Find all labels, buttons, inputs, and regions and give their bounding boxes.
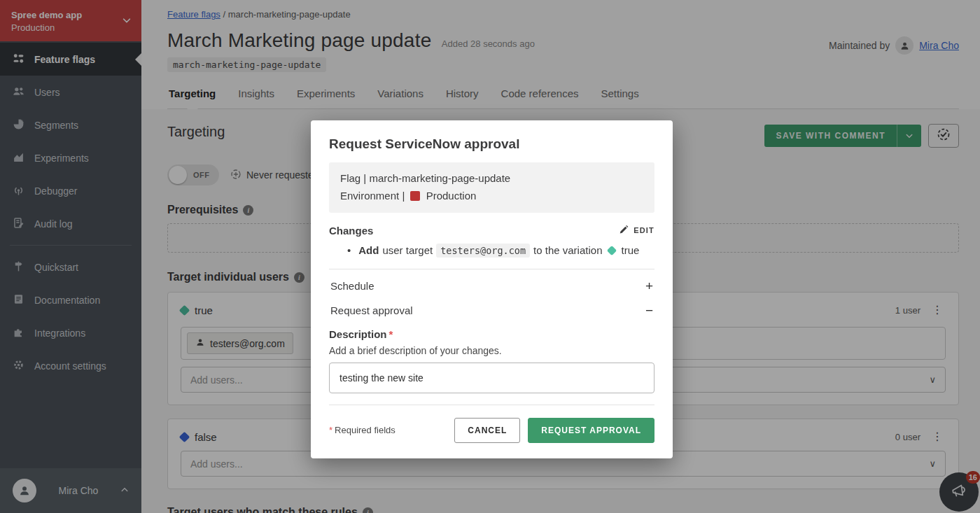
expand-icon[interactable]: +: [645, 279, 653, 294]
environment-color-swatch: [410, 191, 420, 201]
description-helper: Add a brief description of your changes.: [329, 345, 654, 356]
request-approval-label: Request approval: [330, 304, 413, 316]
collapse-icon[interactable]: −: [645, 303, 653, 318]
change-target-chip: testers@org.com: [436, 244, 530, 258]
environment-value: Production: [426, 190, 477, 202]
pencil-icon: [619, 225, 629, 236]
divider: [329, 405, 654, 405]
required-asterisk: *: [329, 425, 332, 435]
schedule-section-toggle[interactable]: Schedule +: [329, 269, 654, 294]
flag-value: march-marketing-page-update: [369, 172, 510, 184]
change-item: Add user target testers@org.com to the v…: [347, 244, 654, 258]
changes-heading: Changes: [329, 225, 373, 237]
separator: |: [402, 190, 405, 202]
separator: |: [363, 172, 366, 184]
required-asterisk: *: [389, 328, 393, 340]
request-approval-modal: Request ServiceNow approval Flag | march…: [311, 120, 673, 458]
change-text: user target: [382, 244, 433, 256]
environment-label: Environment: [340, 190, 399, 202]
request-approval-button[interactable]: REQUEST APPROVAL: [528, 418, 654, 443]
flag-label: Flag: [340, 172, 360, 184]
cancel-button[interactable]: CANCEL: [454, 418, 520, 443]
description-input[interactable]: [329, 363, 654, 393]
change-action: Add: [358, 244, 379, 256]
description-label: Description: [329, 328, 387, 340]
modal-flag-info: Flag | march-marketing-page-update Envir…: [329, 162, 654, 213]
request-approval-section-toggle[interactable]: Request approval −: [329, 294, 654, 318]
modal-title: Request ServiceNow approval: [329, 136, 654, 152]
edit-label: EDIT: [634, 226, 654, 234]
required-fields-note: *Required fields: [329, 425, 396, 435]
change-variation: true: [621, 244, 639, 256]
required-fields-text: Required fields: [335, 425, 396, 435]
change-text: to the variation: [533, 244, 602, 256]
edit-changes-button[interactable]: EDIT: [619, 225, 654, 236]
variation-true-diamond-icon: [607, 245, 617, 255]
schedule-label: Schedule: [330, 280, 374, 292]
